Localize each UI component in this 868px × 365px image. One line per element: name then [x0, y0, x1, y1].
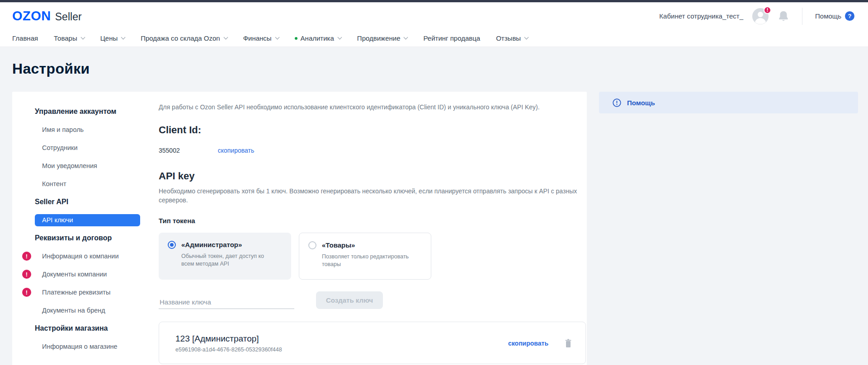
sidebar-item-notifications[interactable]: Мои уведомления	[35, 162, 97, 169]
token-type-label: Тип токена	[159, 217, 586, 225]
api-key-heading: API key	[159, 170, 586, 182]
client-id-heading: Client Id:	[159, 124, 586, 136]
token-option-products[interactable]: «Товары» Позволяет только редактировать …	[299, 233, 431, 280]
nav-item-finansy[interactable]: Финансы	[243, 34, 279, 42]
api-keys-main: Для работы с Ozon Seller API необходимо …	[148, 103, 599, 365]
help-link[interactable]: Помощь ?	[815, 11, 854, 21]
notifications-bell-icon[interactable]	[777, 9, 790, 23]
key-name: 123 [Администратор]	[175, 334, 282, 344]
nav-item-prodazha-so-sklada[interactable]: Продажа со склада Ozon	[141, 34, 227, 42]
ozon-seller-logo[interactable]: OZON Seller	[12, 9, 82, 23]
chevron-down-icon	[524, 35, 529, 39]
chevron-down-icon	[337, 35, 342, 39]
sidebar-item-store-info[interactable]: Информация о магазине	[35, 343, 118, 350]
alert-badge-icon: !	[22, 288, 31, 297]
api-intro-text: Для работы с Ozon Seller API необходимо …	[159, 103, 586, 111]
key-name-input[interactable]	[159, 295, 294, 309]
create-key-button[interactable]: Создать ключ	[316, 291, 383, 309]
account-name[interactable]: Кабинет сотрудника_тест_	[659, 12, 743, 20]
token-option-administrator[interactable]: «Администратор» Обычный токен, дает дост…	[159, 233, 291, 280]
sidebar-item-name-password[interactable]: Имя и пароль	[35, 126, 84, 133]
nav-item-glavnaya[interactable]: Главная	[12, 34, 38, 42]
logo-ozon-text: OZON	[12, 9, 51, 23]
api-key-list-item: 123 [Администратор] e5961908-a1d4-4676-8…	[159, 322, 586, 364]
key-actions: скопировать	[508, 339, 572, 348]
alert-badge-icon: !	[22, 270, 31, 279]
sidebar-item-brand-documents[interactable]: Документы на бренд	[35, 307, 105, 314]
sidebar-section-requisites: Реквизиты и договор	[35, 234, 112, 242]
client-id-value: 355002	[159, 147, 180, 154]
sidebar-item-payment-requisites[interactable]: Платежные реквизиты	[35, 289, 110, 296]
api-key-description: Необходимо сгенерировать хотя бы 1 ключ.…	[159, 187, 586, 205]
app-header: OZON Seller Кабинет сотрудника_тест_ ! П…	[0, 2, 868, 30]
radio-selected-icon[interactable]	[168, 241, 176, 249]
settings-card: Управление аккаунтом Имя и пароль Сотруд…	[12, 92, 587, 365]
logo-seller-text: Seller	[55, 11, 82, 23]
page-body: Настройки Управление аккаунтом Имя и пар…	[0, 47, 868, 365]
chevron-down-icon	[121, 35, 126, 39]
copy-client-id-link[interactable]: скопировать	[218, 147, 255, 154]
alert-badge-icon: !	[22, 252, 31, 261]
help-link-label: Помощь	[815, 12, 841, 20]
avatar-alert-badge: !	[764, 6, 771, 14]
page-root: OZON Seller Кабинет сотрудника_тест_ ! П…	[0, 0, 868, 365]
sidebar-section-store-settings: Настройки магазина	[35, 324, 108, 332]
token-option-description: Обычный токен, дает доступ ко всем метод…	[168, 253, 272, 268]
key-uuid: e5961908-a1d4-4676-8265-05329360f448	[175, 346, 282, 353]
nav-item-analitika[interactable]: Аналитика	[295, 34, 341, 42]
help-bar-label: Помощь	[627, 99, 655, 107]
new-indicator-dot	[295, 37, 297, 40]
sidebar-item-company-documents[interactable]: Документы компании	[35, 271, 107, 278]
header-divider	[802, 8, 802, 25]
radio-unselected-icon[interactable]	[308, 241, 316, 249]
sidebar-item-api-keys[interactable]: API ключи	[35, 214, 140, 226]
question-icon: ?	[845, 11, 854, 21]
sidebar-item-company-info[interactable]: Информация о компании	[35, 253, 119, 260]
nav-item-prodvizhenie[interactable]: Продвижение	[357, 34, 408, 42]
header-right: Кабинет сотрудника_тест_ ! Помощь ?	[659, 8, 854, 25]
key-info: 123 [Администратор] e5961908-a1d4-4676-8…	[175, 334, 282, 353]
info-circle-icon	[613, 98, 621, 107]
content-row: Управление аккаунтом Имя и пароль Сотруд…	[12, 92, 858, 365]
client-id-row: 355002 скопировать	[159, 147, 586, 154]
token-option-title: «Товары»	[322, 241, 355, 249]
sidebar-item-content[interactable]: Контент	[35, 180, 66, 187]
help-panel: Помощь	[599, 92, 858, 113]
token-option-title: «Администратор»	[181, 241, 242, 248]
create-key-row: Создать ключ	[159, 291, 586, 309]
page-title: Настройки	[12, 61, 858, 77]
sidebar-item-employees[interactable]: Сотрудники	[35, 144, 78, 151]
chevron-down-icon	[275, 35, 279, 39]
settings-sidebar: Управление аккаунтом Имя и пароль Сотруд…	[12, 103, 148, 365]
token-type-options: «Администратор» Обычный токен, дает дост…	[159, 233, 586, 280]
nav-item-otzyvy[interactable]: Отзывы	[496, 34, 528, 42]
nav-item-tseny[interactable]: Цены	[100, 34, 125, 42]
main-nav: Главная Товары Цены Продажа со склада Oz…	[0, 30, 868, 47]
sidebar-section-seller-api: Seller API	[35, 198, 68, 206]
sidebar-section-account: Управление аккаунтом	[35, 108, 116, 116]
chevron-down-icon	[404, 35, 408, 39]
nav-item-reyting-prodavtsa[interactable]: Рейтинг продавца	[423, 34, 480, 42]
delete-key-trash-icon[interactable]	[565, 339, 572, 348]
token-option-description: Позволяет только редактировать товары	[308, 253, 412, 269]
copy-key-link[interactable]: скопировать	[508, 340, 548, 347]
chevron-down-icon	[223, 35, 228, 39]
chevron-down-icon	[80, 35, 85, 39]
help-bar[interactable]: Помощь	[599, 92, 858, 113]
nav-item-tovary[interactable]: Товары	[54, 34, 85, 42]
avatar[interactable]: !	[752, 8, 769, 24]
